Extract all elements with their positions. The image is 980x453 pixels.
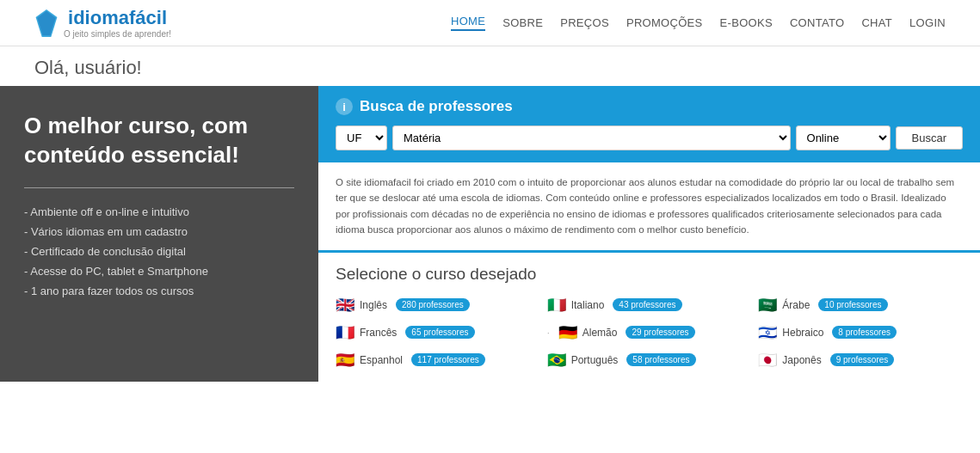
materia-select[interactable]: Matéria — [392, 125, 791, 150]
badge-arabe: 10 professores — [818, 298, 887, 311]
feature-1: - Ambiente off e on-line e intuitivo — [24, 205, 294, 218]
main-layout: O melhor curso, com conteúdo essencial! … — [0, 86, 980, 382]
search-row: UF Matéria Online Buscar — [336, 125, 963, 150]
flag-hebraico: 🇮🇱 — [758, 323, 777, 342]
modality-select[interactable]: Online — [796, 125, 891, 150]
course-alemao[interactable]: · 🇩🇪 Alemão 29 professores — [547, 323, 752, 342]
logo-area: idiomafácil O jeito simples de aprender! — [64, 7, 171, 39]
course-japones[interactable]: 🇯🇵 Japonês 9 professores — [758, 351, 963, 370]
left-panel: O melhor curso, com conteúdo essencial! … — [0, 86, 318, 382]
course-frances[interactable]: 🇫🇷 Francês 65 professores — [336, 323, 540, 342]
nav-home[interactable]: HOME — [451, 15, 485, 31]
nav-contato[interactable]: CONTATO — [790, 16, 845, 29]
badge-japones: 9 professores — [830, 353, 895, 366]
logo-icon — [34, 9, 59, 37]
logo-tagline: O jeito simples de aprender! — [64, 29, 171, 39]
badge-ingles: 280 professores — [396, 298, 470, 311]
nav-chat[interactable]: CHAT — [861, 16, 892, 29]
name-italiano: Italiano — [571, 299, 605, 311]
name-espanhol: Espanhol — [360, 354, 403, 366]
nav-promocoes[interactable]: PROMOÇÕES — [626, 16, 703, 29]
courses-title: Selecione o curso desejado — [336, 265, 963, 284]
course-section: Selecione o curso desejado 🇬🇧 Inglês 280… — [318, 253, 980, 382]
feature-4: - Acesse do PC, tablet e Smartphone — [24, 265, 294, 278]
name-arabe: Árabe — [782, 299, 810, 311]
badge-alemao: 29 professores — [626, 326, 694, 339]
badge-espanhol: 117 professores — [411, 353, 485, 366]
description: O site idiomafacil foi criado em 2010 co… — [318, 162, 980, 253]
flag-frances: 🇫🇷 — [336, 323, 354, 342]
feature-2: - Vários idiomas em um cadastro — [24, 225, 294, 238]
flag-arabe: 🇸🇦 — [758, 296, 777, 315]
dot-separator: · — [547, 328, 550, 338]
flag-italiano: 🇮🇹 — [547, 296, 566, 315]
badge-italiano: 43 professores — [613, 298, 681, 311]
logo-prefix: idioma — [68, 7, 129, 28]
logo: idiomafácil O jeito simples de aprender! — [34, 7, 171, 39]
divider — [24, 187, 294, 188]
header: idiomafácil O jeito simples de aprender!… — [0, 0, 980, 46]
info-icon: i — [336, 98, 353, 115]
feature-5: - 1 ano para fazer todos os cursos — [24, 285, 294, 297]
course-arabe[interactable]: 🇸🇦 Árabe 10 professores — [758, 296, 963, 315]
logo-text: idiomafácil — [68, 7, 167, 29]
search-box: i Busca de professores UF Matéria Online… — [318, 86, 980, 162]
nav-ebooks[interactable]: E-BOOKS — [720, 16, 773, 29]
nav-login[interactable]: LOGIN — [909, 16, 946, 29]
badge-frances: 65 professores — [405, 326, 474, 339]
badge-portugues: 58 professores — [626, 353, 695, 366]
right-panel: i Busca de professores UF Matéria Online… — [318, 86, 980, 382]
search-title: i Busca de professores — [336, 98, 963, 115]
name-alemao: Alemão — [582, 327, 618, 339]
greeting: Olá, usuário! — [0, 46, 980, 86]
course-espanhol[interactable]: 🇪🇸 Espanhol 117 professores — [336, 351, 540, 370]
name-frances: Francês — [360, 327, 397, 339]
course-hebraico[interactable]: 🇮🇱 Hebraico 8 professores — [758, 323, 963, 342]
course-italiano[interactable]: 🇮🇹 Italiano 43 professores — [547, 296, 752, 315]
courses-grid: 🇬🇧 Inglês 280 professores 🇮🇹 Italiano 43… — [336, 296, 963, 370]
name-ingles: Inglês — [360, 299, 387, 311]
flag-japones: 🇯🇵 — [758, 351, 777, 370]
uf-select[interactable]: UF — [336, 125, 387, 150]
nav-precos[interactable]: PREÇOS — [560, 16, 609, 29]
name-hebraico: Hebraico — [782, 327, 823, 339]
main-nav: HOME SOBRE PREÇOS PROMOÇÕES E-BOOKS CONT… — [451, 15, 946, 31]
name-portugues: Português — [571, 354, 619, 366]
left-heading: O melhor curso, com conteúdo essencial! — [24, 112, 294, 170]
flag-ingles: 🇬🇧 — [336, 296, 354, 315]
feature-3: - Certificado de conclusão digital — [24, 245, 294, 258]
badge-hebraico: 8 professores — [832, 326, 897, 339]
features-list: - Ambiente off e on-line e intuitivo - V… — [24, 205, 294, 297]
buscar-button[interactable]: Buscar — [896, 126, 963, 150]
logo-accent: fácil — [129, 7, 167, 28]
course-portugues[interactable]: 🇧🇷 Português 58 professores — [547, 351, 752, 370]
flag-espanhol: 🇪🇸 — [336, 351, 354, 370]
name-japones: Japonês — [782, 354, 821, 366]
nav-sobre[interactable]: SOBRE — [502, 16, 543, 29]
flag-alemao: 🇩🇪 — [558, 323, 577, 342]
flag-portugues: 🇧🇷 — [547, 351, 566, 370]
course-ingles[interactable]: 🇬🇧 Inglês 280 professores — [336, 296, 540, 315]
